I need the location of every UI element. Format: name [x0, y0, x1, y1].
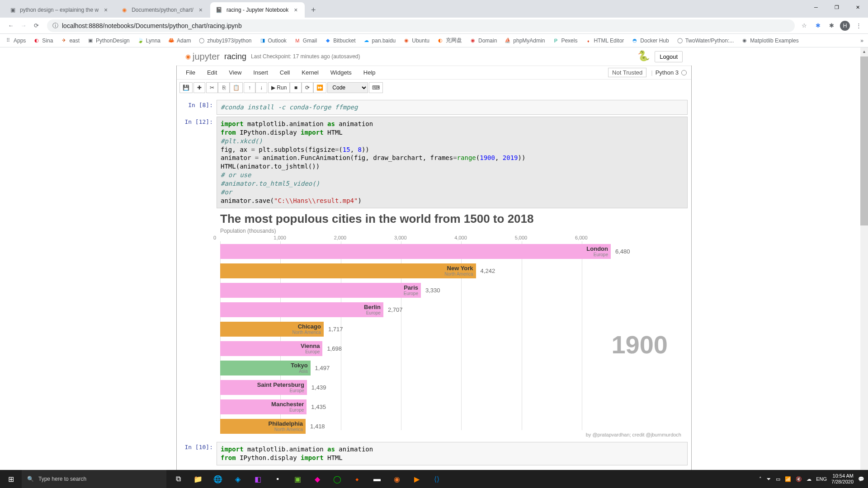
menu-insert[interactable]: Insert — [249, 67, 273, 78]
language-indicator[interactable]: ENG — [816, 476, 827, 482]
window-minimize-button[interactable]: ─ — [806, 0, 826, 14]
bookmark-item[interactable]: PPexels — [552, 37, 577, 44]
close-icon[interactable]: × — [197, 6, 204, 14]
restart-button[interactable]: ⟳ — [302, 82, 313, 93]
app-icon[interactable]: ◯ — [327, 470, 347, 488]
run-button[interactable]: ▶ Run — [268, 82, 290, 93]
terminal-icon[interactable]: ▪ — [268, 470, 288, 488]
notifications-icon[interactable]: 💬 — [858, 476, 864, 482]
bookmark-item[interactable]: 🦀Adam — [168, 37, 191, 44]
profile-avatar[interactable]: H — [840, 21, 850, 31]
move-up-button[interactable]: ↑ — [244, 82, 255, 93]
jupyter-logo[interactable]: jupyter — [185, 52, 220, 62]
trust-button[interactable]: Not Trusted — [608, 68, 646, 77]
logout-button[interactable]: Logout — [655, 51, 683, 62]
tray-wifi-icon[interactable]: 📶 — [785, 476, 791, 482]
app-icon[interactable]: ◆ — [307, 470, 327, 488]
menu-widgets[interactable]: Widgets — [326, 67, 356, 78]
back-button[interactable]: ← — [5, 19, 17, 32]
window-close-button[interactable]: ✕ — [847, 0, 868, 14]
app-icon[interactable]: ◈ — [228, 470, 248, 488]
code-cell[interactable]: In [8]: #conda install -c conda-forge ff… — [180, 100, 688, 115]
app-icon[interactable]: ◧ — [248, 470, 268, 488]
bookmark-item[interactable]: ✈east — [60, 37, 80, 44]
start-button[interactable]: ⊞ — [0, 470, 22, 488]
browser-menu-icon[interactable]: ⋮ — [854, 21, 863, 31]
bookmark-star-icon[interactable]: ☆ — [799, 21, 809, 31]
browser-tab[interactable]: ◉ Documents/python_chart/ × — [115, 2, 210, 18]
forward-button[interactable]: → — [17, 19, 30, 32]
kernel-indicator[interactable]: | Python 3 — [651, 69, 687, 76]
bookmark-item[interactable]: ◯zhuby1973/python — [198, 37, 251, 44]
chrome-icon[interactable]: 🌐 — [208, 470, 228, 488]
app-icon[interactable]: ⬥ — [347, 470, 367, 488]
cell-type-select[interactable]: Code — [327, 82, 368, 93]
bookmark-item[interactable]: ◐充网盘 — [437, 37, 462, 44]
bookmark-item[interactable]: 🍃Lynna — [137, 37, 160, 44]
bookmark-item[interactable]: ▣PythonDesign — [87, 37, 130, 44]
menu-kernel[interactable]: Kernel — [297, 67, 323, 78]
bookmark-item[interactable]: ◯TwoWater/Python:... — [676, 37, 734, 44]
save-button[interactable]: 💾 — [179, 82, 193, 93]
app-icon[interactable]: ▣ — [288, 470, 307, 488]
bookmark-item[interactable]: ◐Sina — [33, 37, 53, 44]
code-input[interactable]: #conda install -c conda-forge ffmpeg — [217, 100, 688, 115]
bookmark-item[interactable]: ☁pan.baidu — [363, 37, 396, 44]
file-explorer-icon[interactable]: 📁 — [188, 470, 208, 488]
bookmark-item[interactable]: ◉Matplotlib Examples — [741, 37, 798, 44]
window-maximize-button[interactable]: ❐ — [826, 0, 847, 14]
cut-button[interactable]: ✂ — [206, 82, 218, 93]
extension-icon[interactable]: ✱ — [813, 21, 823, 31]
menu-cell[interactable]: Cell — [275, 67, 294, 78]
close-icon[interactable]: × — [292, 6, 299, 14]
tray-chevron-icon[interactable]: ˄ — [759, 476, 762, 482]
bookmark-item[interactable]: ◉Domain — [469, 37, 497, 44]
bookmark-item[interactable]: ◉Ubuntu — [403, 37, 429, 44]
browser-tab-active[interactable]: 📓 racing - Jupyter Notebook × — [210, 2, 305, 18]
code-cell[interactable]: In [10]: import matplotlib.animation as … — [180, 442, 688, 465]
tray-cloud-icon[interactable]: ☁ — [807, 476, 811, 482]
bookmark-item[interactable]: ⛵phpMyAdmin — [504, 37, 545, 44]
code-cell-selected[interactable]: In [12]: import matplotlib.animation as … — [180, 117, 688, 208]
command-palette-button[interactable]: ⌨ — [369, 82, 383, 93]
notebook-name[interactable]: racing — [224, 52, 246, 61]
jupyter-icon[interactable]: ◉ — [387, 470, 407, 488]
taskbar-search[interactable]: 🔍 Type here to search — [22, 470, 166, 488]
extension-icon[interactable]: ✱ — [826, 21, 836, 31]
close-icon[interactable]: × — [102, 6, 109, 14]
tray-mic-icon[interactable]: ⏷ — [766, 476, 771, 482]
restart-run-all-button[interactable]: ⏩ — [313, 82, 326, 93]
taskbar-clock[interactable]: 10:54 AM 7/28/2020 — [831, 473, 854, 485]
tray-battery-icon[interactable]: ▭ — [776, 476, 780, 482]
bookmark-item[interactable]: ◆Bitbucket — [324, 37, 355, 44]
app-icon[interactable]: ▶ — [407, 470, 427, 488]
add-cell-button[interactable]: ✚ — [193, 82, 205, 93]
browser-tab[interactable]: ▣ python design – explaining the w × — [4, 2, 115, 18]
tray-volume-icon[interactable]: 🔇 — [796, 476, 802, 482]
bookmark-item[interactable]: ◨Outlook — [259, 37, 287, 44]
paste-button[interactable]: 📋 — [230, 82, 243, 93]
code-input[interactable]: import matplotlib.animation as animation… — [217, 442, 688, 465]
bookmarks-overflow[interactable]: » — [860, 38, 863, 44]
task-view-icon[interactable]: ⧉ — [168, 470, 188, 488]
apps-button[interactable]: ⠿Apps — [5, 37, 26, 44]
scrollbar-thumb[interactable] — [860, 56, 868, 225]
move-down-button[interactable]: ↓ — [255, 82, 267, 93]
new-tab-button[interactable]: + — [307, 4, 320, 16]
copy-button[interactable]: ⎘ — [218, 82, 230, 93]
page-scrollbar[interactable]: ▴ — [860, 47, 868, 470]
code-input[interactable]: import matplotlib.animation as animation… — [217, 117, 688, 208]
menu-edit[interactable]: Edit — [203, 67, 222, 78]
bookmark-item[interactable]: MGmail — [294, 37, 317, 44]
site-info-icon[interactable]: ⓘ — [52, 22, 58, 30]
interrupt-button[interactable]: ■ — [290, 82, 302, 93]
bookmark-item[interactable]: ⬧HTML Editor — [585, 37, 624, 44]
vscode-icon[interactable]: ⟨⟩ — [427, 470, 447, 488]
bookmark-item[interactable]: ◓Docker Hub — [631, 37, 669, 44]
app-icon[interactable]: ▬ — [367, 470, 387, 488]
menu-help[interactable]: Help — [359, 67, 380, 78]
url-input[interactable]: ⓘ localhost:8888/notebooks/Documents/pyt… — [47, 19, 795, 32]
scroll-up-icon[interactable]: ▴ — [860, 47, 868, 55]
menu-view[interactable]: View — [224, 67, 246, 78]
menu-file[interactable]: File — [181, 67, 200, 78]
